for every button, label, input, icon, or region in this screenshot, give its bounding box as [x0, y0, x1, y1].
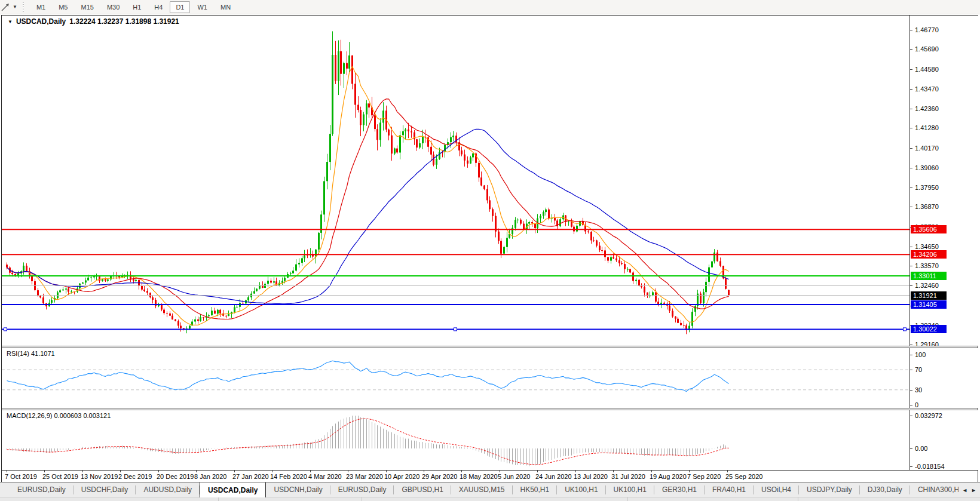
chart-tab-dj30-daily[interactable]: DJ30,Daily	[860, 482, 910, 497]
time-tick-label: 8 Jan 2020	[194, 473, 226, 480]
tabs-scroll-right-icon[interactable]: ►	[971, 487, 976, 493]
hline-price-label: 1.33011	[911, 272, 947, 280]
price-tick-label: 1.33570	[915, 262, 939, 269]
time-tick-label: 7 Oct 2019	[5, 473, 37, 480]
price-tick-mark	[910, 285, 912, 286]
chart-tab-usoil-h4[interactable]: USOil,H4	[754, 482, 799, 497]
time-tick-label: 10 Apr 2020	[384, 473, 419, 480]
price-tick-label: 1.37950	[915, 184, 939, 191]
chart-tab-usdchf-daily[interactable]: USDCHF,Daily	[74, 482, 136, 497]
chart-tab-usdjpy-daily[interactable]: USDJPY,Daily	[799, 482, 860, 497]
tabs-scroll-left-icon[interactable]: ◄	[962, 487, 967, 493]
time-tick-label: 2 Dec 2019	[118, 473, 152, 480]
price-tick-label: 1.39060	[915, 164, 939, 171]
line-studies-dropdown-icon[interactable]: ▼	[13, 4, 17, 10]
chart-tab-uk100-h1[interactable]: UK100,H1	[557, 482, 605, 497]
chart-tabs: EURUSD,DailyUSDCHF,DailyAUDUSD,DailyUSDC…	[0, 482, 958, 497]
time-axis[interactable]: 7 Oct 2019 25 Oct 2019 13 Nov 2019 2 Dec…	[2, 470, 978, 482]
chart-tab-gbpusd-h1[interactable]: GBPUSD,H1	[394, 482, 451, 497]
chart-tab-uk100-h1[interactable]: UK100,H1	[606, 482, 654, 497]
price-tick-mark	[910, 69, 912, 70]
timeframe-button-m5[interactable]: M5	[53, 1, 74, 13]
time-tick-mark	[500, 471, 500, 472]
time-tick-label: 13 Jul 2020	[574, 473, 608, 480]
time-tick-mark	[537, 471, 538, 472]
price-tick-mark	[910, 128, 912, 128]
time-tick-label: 5 Jun 2020	[498, 473, 530, 480]
price-tick-mark	[910, 109, 912, 109]
candlestick-plot[interactable]	[2, 16, 909, 346]
macd-axis[interactable]: 0.032972 0.00 -0.018154	[909, 410, 978, 470]
main-chart-pane: 1.46770 1.45690 1.44580 1.43470 1.42360 …	[2, 16, 978, 346]
rsi-tick-label: 30	[915, 386, 922, 394]
time-tick-mark	[7, 471, 7, 472]
chart-tab-eurusd-daily[interactable]: EURUSD,Daily	[330, 482, 394, 497]
timeframe-button-mn[interactable]: MN	[215, 1, 237, 13]
chart-ohlc-values: 1.32224 1.32237 1.31898 1.31921	[69, 17, 179, 26]
chart-tab-eurusd-daily[interactable]: EURUSD,Daily	[10, 482, 74, 497]
time-tick-label: 20 Dec 2019	[157, 473, 194, 480]
timeframe-button-m15[interactable]: M15	[75, 1, 99, 13]
line-studies-icon[interactable]	[1, 2, 11, 12]
time-tick-mark	[651, 471, 652, 472]
price-tick-label: 1.46770	[915, 26, 939, 33]
timeframe-button-h4[interactable]: H4	[148, 1, 169, 13]
chart-tab-fra40-h1[interactable]: FRA40,H1	[705, 482, 754, 497]
chart-tab-hk50-h1[interactable]: HK50,H1	[513, 482, 558, 497]
time-tick-mark	[272, 471, 272, 472]
time-tick-label: 4 Mar 2020	[308, 473, 342, 480]
price-tick-label: 1.32460	[915, 282, 939, 289]
chart-tab-china300-h1[interactable]: CHINA300,H1	[910, 482, 958, 497]
timeframe-buttons: M1M5M15M30H1H4D1W1MN	[30, 0, 237, 14]
rsi-pane: 100 70 30 0 RSI(14) 41.1071	[2, 348, 978, 408]
time-tick-mark	[386, 471, 387, 472]
macd-indicator-label: MACD(12,26,9) 0.000603 0.003121	[7, 412, 111, 419]
macd-tick-mark	[910, 448, 912, 449]
symbol-dropdown-icon[interactable]: ▼	[8, 19, 13, 24]
rsi-tick-mark	[910, 405, 912, 405]
chart-tab-ger30-h1[interactable]: GER30,H1	[654, 482, 705, 497]
timeframe-button-m30[interactable]: M30	[101, 1, 125, 13]
time-tick-label: 29 Apr 2020	[422, 473, 457, 480]
time-tick-mark	[196, 471, 197, 472]
rsi-indicator-label: RSI(14) 41.1071	[7, 350, 55, 357]
rsi-plot[interactable]	[2, 348, 909, 408]
toolbar-grip-handle[interactable]	[22, 2, 25, 12]
time-tick-label: 25 Oct 2019	[42, 473, 78, 480]
price-tick-mark	[910, 207, 912, 207]
price-tick-label: 1.41280	[915, 124, 939, 131]
macd-pane: 0.032972 0.00 -0.018154 MACD(12,26,9) 0.…	[2, 410, 978, 470]
macd-tick-label: 0.00	[915, 445, 927, 452]
hline-price-label: 1.34206	[911, 250, 947, 259]
macd-plot[interactable]	[2, 410, 909, 470]
rsi-tick-mark	[910, 370, 912, 370]
time-tick-mark	[120, 471, 121, 472]
bid-price-label: 1.31921	[911, 291, 947, 300]
timeframe-button-h1[interactable]: H1	[127, 1, 147, 13]
price-axis[interactable]: 1.46770 1.45690 1.44580 1.43470 1.42360 …	[909, 16, 978, 346]
hline-price-label: 1.31405	[911, 300, 947, 309]
top-toolbar: ▼ M1M5M15M30H1H4D1W1MN	[0, 0, 980, 14]
price-tick-label: 1.43470	[915, 85, 939, 93]
chart-tab-usdcnh-daily[interactable]: USDCNH,Daily	[266, 482, 330, 497]
rsi-tick-mark	[910, 355, 912, 355]
time-tick-mark	[44, 471, 45, 472]
chart-tab-xauusd-m15[interactable]: XAUUSD,M15	[451, 482, 513, 497]
chart-tab-audusd-daily[interactable]: AUDUSD,Daily	[136, 482, 200, 497]
chart-tab-usdcad-daily[interactable]: USDCAD,Daily	[200, 482, 266, 497]
time-tick-label: 13 Nov 2019	[81, 473, 118, 480]
rsi-axis[interactable]: 100 70 30 0	[909, 348, 978, 408]
time-tick-label: 24 Jun 2020	[535, 473, 572, 480]
macd-tick-mark	[910, 466, 912, 467]
timeframe-button-w1[interactable]: W1	[191, 1, 213, 13]
time-tick-mark	[158, 471, 159, 472]
rsi-tick-label: 70	[915, 366, 922, 373]
chart-tab-bar: EURUSD,DailyUSDCHF,DailyAUDUSD,DailyUSDC…	[0, 482, 980, 497]
price-tick-label: 1.36870	[915, 203, 939, 210]
timeframe-button-d1[interactable]: D1	[170, 1, 190, 13]
price-tick-mark	[910, 247, 912, 247]
macd-tick-mark	[910, 416, 912, 416]
price-tick-label: 1.40170	[915, 145, 939, 152]
time-tick-mark	[575, 471, 576, 472]
timeframe-button-m1[interactable]: M1	[30, 1, 51, 13]
